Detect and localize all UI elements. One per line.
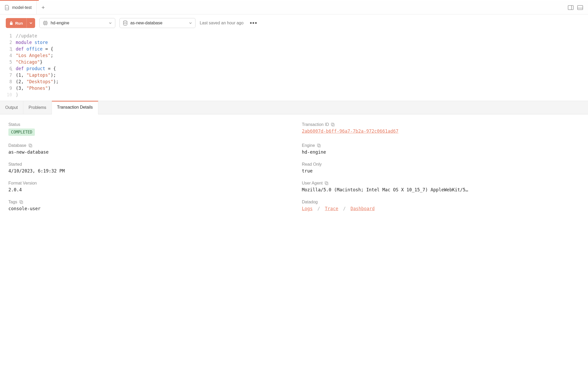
run-dropdown-toggle[interactable] [26,18,35,28]
add-tab-button[interactable]: + [37,4,50,11]
last-saved-text: Last saved an hour ago [200,21,243,25]
line-number: 8 [0,79,12,85]
detail-value: true [302,168,580,174]
svg-rect-15 [332,124,334,126]
bottom-panel-toggle[interactable] [577,4,583,11]
copy-icon[interactable] [325,181,328,185]
file-tab[interactable]: model-test [0,1,37,14]
svg-rect-20 [317,144,320,146]
tab-output[interactable]: Output [0,101,23,114]
detail-transaction-id: Transaction ID 2ab6007d-b6ff-96a7-7b2a-9… [302,122,580,136]
separator: / [341,206,348,211]
engine-select-value: hd-engine [51,21,106,25]
copy-icon[interactable] [331,123,335,126]
line-gutter: 123▾456▾78910 [0,33,16,98]
line-number: 9 [0,85,12,92]
svg-rect-23 [20,201,23,204]
detail-datadog: Datadog Logs / Trace / Dashboard [302,200,580,211]
detail-value: as-new-database [8,149,286,155]
detail-started: Started 4/10/2023, 6:19:32 PM [8,162,286,174]
svg-point-14 [123,21,127,22]
database-select[interactable]: as-new-database [119,18,195,28]
database-select-value: as-new-database [130,21,186,25]
svg-rect-18 [29,144,31,146]
separator: / [315,206,322,211]
detail-value: console-user [8,206,286,211]
detail-label: Engine [302,143,315,148]
detail-label: Transaction ID [302,122,329,127]
datadog-trace-link[interactable]: Trace [325,206,338,211]
lock-icon [9,21,13,25]
code-line[interactable]: (1, "Laptops"); [16,72,588,79]
detail-value: hd-engine [302,149,580,155]
code-editor[interactable]: 123▾456▾78910 //updatemodule storedef of… [0,32,588,101]
chip-icon [43,20,48,26]
detail-label: Format Version [8,181,286,186]
line-number: 2 [0,39,12,46]
tab-problems[interactable]: Problems [23,101,52,114]
detail-value: 4/10/2023, 6:19:32 PM [8,168,286,174]
code-line[interactable]: def product = { [16,65,588,72]
code-line[interactable]: "Chicago"} [16,59,588,65]
tab-bar: model-test + [0,1,588,14]
detail-format-version: Format Version 2.0.4 [8,181,286,192]
code-line[interactable]: //update [16,33,588,39]
engine-select[interactable]: hd-engine [39,18,115,28]
svg-rect-17 [30,145,32,147]
chevron-down-icon [29,22,32,24]
copy-icon[interactable] [19,200,23,204]
detail-tags: Tags console-user [8,200,286,211]
svg-rect-2 [578,5,583,10]
tab-label: model-test [12,5,32,10]
code-line[interactable]: def office = { [16,46,588,52]
detail-read-only: Read Only true [302,162,580,174]
detail-label: Tags [8,200,17,204]
tab-transaction-details[interactable]: Transaction Details [52,101,98,114]
detail-value: Mozilla/5.0 (Macintosh; Intel Mac OS X 1… [302,187,580,192]
svg-rect-5 [45,23,46,24]
svg-rect-21 [326,182,328,185]
transaction-id-link[interactable]: 2ab6007d-b6ff-96a7-7b2a-972c0661ad67 [302,129,398,134]
code-line[interactable]: } [16,92,588,98]
plus-icon: + [41,4,45,11]
run-button-label: Run [15,21,23,25]
code-body[interactable]: //updatemodule storedef office = {"Los A… [16,33,588,98]
detail-label: Datadog [302,200,580,204]
svg-rect-0 [568,5,573,10]
detail-value: 2.0.4 [8,187,286,192]
line-number: 6▾ [0,65,12,72]
code-line[interactable]: (2, "Desktops"); [16,79,588,85]
detail-status: Status COMPLETED [8,122,286,136]
side-panel-toggle[interactable] [568,4,574,11]
detail-label: Status [8,122,286,127]
run-button[interactable]: Run [6,18,35,28]
datadog-dashboard-link[interactable]: Dashboard [351,206,375,211]
detail-label: User Agent [302,181,323,186]
code-file-icon [5,5,9,10]
more-menu-button[interactable]: ••• [248,20,259,26]
chevron-down-icon [189,22,192,24]
detail-label: Started [8,162,286,167]
transaction-details-panel: Status COMPLETED Transaction ID 2ab6007d… [0,114,588,219]
svg-rect-4 [44,21,47,25]
datadog-logs-link[interactable]: Logs [302,206,313,211]
copy-icon[interactable] [29,144,32,147]
line-number: 10 [0,92,12,98]
detail-label: Database [8,143,26,148]
chevron-down-icon [109,22,112,24]
copy-icon[interactable] [317,144,321,147]
code-line[interactable]: "Los Angeles"; [16,52,588,59]
svg-rect-24 [20,200,22,203]
result-tabs: Output Problems Transaction Details [0,101,588,114]
line-number: 1 [0,33,12,39]
toolbar: Run hd-engine [0,14,588,32]
svg-rect-19 [318,145,320,147]
svg-rect-16 [331,123,334,125]
database-icon [123,20,128,26]
detail-database: Database as-new-database [8,143,286,155]
code-line[interactable]: (3, "Phones") [16,85,588,92]
detail-user-agent: User Agent Mozilla/5.0 (Macintosh; Intel… [302,181,580,192]
code-line[interactable]: module store [16,39,588,46]
line-number: 4 [0,52,12,59]
status-badge: COMPLETED [8,129,35,136]
